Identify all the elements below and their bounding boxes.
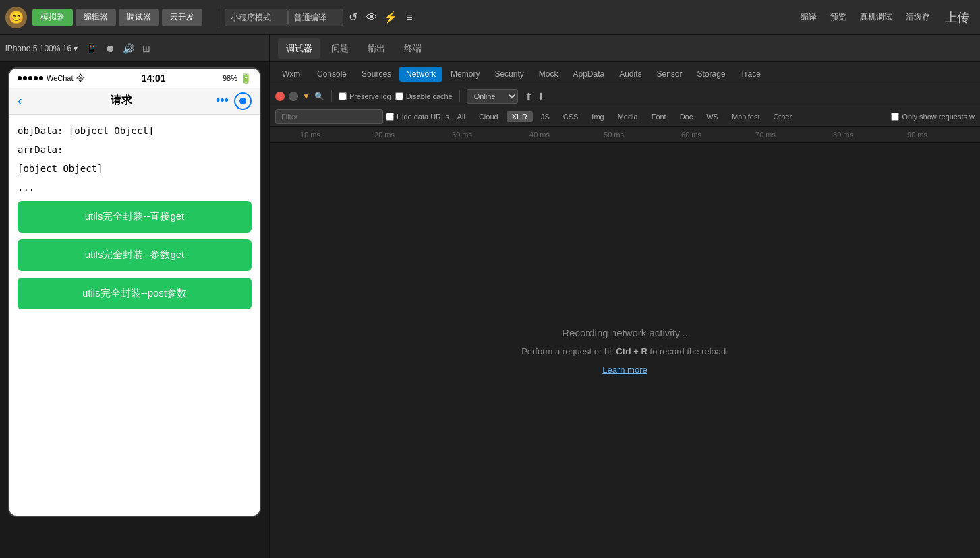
subtab-security[interactable]: Security [488,67,530,82]
warning-icon[interactable]: ⚡ [381,8,400,27]
learn-more-link[interactable]: Learn more [602,365,647,375]
preview-btn[interactable]: 预览 [826,10,851,24]
filter-tab-xhr[interactable]: XHR [507,111,533,122]
filter-tab-js[interactable]: JS [536,111,555,122]
preserve-log-label[interactable]: Preserve log [339,92,391,100]
refresh-icon[interactable]: ↺ [343,8,362,27]
device-status-bar: WeChat 令 14:01 98% 🔋 [9,69,260,88]
editor-btn[interactable]: 编辑器 [76,9,116,26]
online-select[interactable]: Online [467,89,518,104]
debugger-btn[interactable]: 调试器 [119,9,159,26]
search-icon[interactable]: 🔍 [314,92,324,101]
filter-tab-img[interactable]: Img [586,111,609,122]
subtab-sensor[interactable]: Sensor [650,67,689,82]
stop-btn[interactable] [289,92,298,101]
tick-10ms: 10 ms [300,131,320,139]
tick-80ms: 80 ms [833,131,853,139]
subtab-network[interactable]: Network [399,67,442,82]
recording-text: Recording network activity... [562,327,687,338]
expand-icon[interactable]: ⊞ [142,43,150,54]
nav-more-btn[interactable]: ••• [216,94,229,108]
filter-input[interactable] [275,109,383,124]
filter-tab-font[interactable]: Font [646,111,672,122]
filter-bar: Hide data URLs All Cloud XHR JS CSS Img … [270,106,980,127]
device-text-1: objData: [object Object] [18,125,252,136]
device-text-4: ... [18,182,252,193]
upload-btn[interactable]: 上传 [940,9,975,26]
filter-tab-css[interactable]: CSS [558,111,584,122]
device-btn-2[interactable]: utils完全封装--参数get [18,239,252,271]
subtab-sources[interactable]: Sources [355,67,398,82]
timeline-header: 10 ms 20 ms 30 ms 40 ms 50 ms 60 ms 70 m… [270,127,980,143]
filter-tab-all[interactable]: All [452,111,471,122]
signal-dot-2 [23,76,27,80]
eye-icon[interactable]: 👁 [362,8,381,27]
phone-icon[interactable]: 📱 [86,43,97,54]
filter-tab-doc[interactable]: Doc [674,111,699,122]
carrier-label: WeChat [47,74,74,82]
upload-traffic-icon[interactable]: ⬆ [525,91,533,102]
tick-50ms: 50 ms [604,131,624,139]
tab-issue[interactable]: 问题 [323,38,357,59]
device-content: objData: [object Object] arrData: [objec… [9,115,260,516]
device-info-label[interactable]: iPhone 5 100% 16 ▾ [5,44,78,53]
tab-debugger[interactable]: 调试器 [278,38,320,59]
hide-data-urls-label[interactable]: Hide data URLs [386,113,449,121]
subtab-audits[interactable]: Audits [612,67,648,82]
filter-tab-other[interactable]: Other [768,111,798,122]
disable-cache-checkbox[interactable] [395,92,403,100]
only-show-checkbox[interactable] [891,113,899,121]
hide-data-urls-checkbox[interactable] [386,113,394,121]
sim-toolbar: iPhone 5 100% 16 ▾ 📱 ⏺ 🔊 ⊞ [0,35,269,62]
toolbar-right-actions: 编译 预览 真机调试 清缓存 上传 [797,9,975,26]
record-btn[interactable] [275,92,285,101]
subtab-appdata[interactable]: AppData [566,67,611,82]
separator-1 [219,7,219,28]
compile-btn[interactable]: 编译 [797,10,821,24]
subtab-trace[interactable]: Trace [734,67,768,82]
signal-dot-4 [34,76,38,80]
device-text-3: [object Object] [18,163,252,174]
filter-tab-ws[interactable]: WS [701,111,724,122]
download-traffic-icon[interactable]: ⬇ [537,91,545,102]
tick-60ms: 60 ms [681,131,701,139]
preserve-log-checkbox[interactable] [339,92,347,100]
filter-icon[interactable]: ▼ [302,92,310,101]
tab-terminal[interactable]: 终端 [396,38,430,59]
filter-tab-cloud[interactable]: Cloud [473,111,504,122]
main-nav-buttons: 模拟器 编辑器 调试器 云开发 [32,9,202,26]
simulator-btn[interactable]: 模拟器 [32,9,73,26]
avatar: 😊 [5,7,27,28]
real-device-btn[interactable]: 真机调试 [856,10,896,24]
tick-20ms: 20 ms [374,131,395,139]
device-btn-3[interactable]: utils完全封装--post参数 [18,278,252,309]
mini-program-mode-select[interactable]: 小程序模式 [225,9,288,26]
filter-tab-media[interactable]: Media [612,111,643,122]
devtools-top-tabs: 调试器 问题 输出 终端 [270,35,980,62]
perform-text-2: to record the reload. [650,346,728,356]
record-icon[interactable]: ⏺ [105,43,115,54]
signal-dot-1 [18,76,22,80]
translation-mode-select[interactable]: 普通编译 [288,9,343,26]
signal-dot-5 [39,76,43,80]
signal-dot-3 [28,76,32,80]
clear-cache-btn[interactable]: 清缓存 [902,10,934,24]
only-show-checkbox-label[interactable]: Only show requests w [891,113,975,121]
layers-icon[interactable]: ≡ [400,8,419,27]
device-btn-1[interactable]: utils完全封装--直接get [18,201,252,232]
tab-output[interactable]: 输出 [359,38,393,59]
status-left: WeChat 令 [18,72,85,84]
nav-back-btn[interactable]: ‹ [18,93,22,108]
cloud-btn[interactable]: 云开发 [162,9,202,26]
subtab-storage[interactable]: Storage [691,67,732,82]
audio-icon[interactable]: 🔊 [123,43,134,54]
nav-record-btn[interactable] [234,92,252,110]
subtab-wxml[interactable]: Wxml [275,67,309,82]
filter-tab-manifest[interactable]: Manifest [726,111,766,122]
subtab-console[interactable]: Console [310,67,353,82]
main-area: iPhone 5 100% 16 ▾ 📱 ⏺ 🔊 ⊞ WeChat 令 [0,35,980,558]
separator-net-2 [459,90,460,102]
subtab-memory[interactable]: Memory [444,67,486,82]
subtab-mock[interactable]: Mock [532,67,565,82]
disable-cache-label[interactable]: Disable cache [395,92,453,100]
